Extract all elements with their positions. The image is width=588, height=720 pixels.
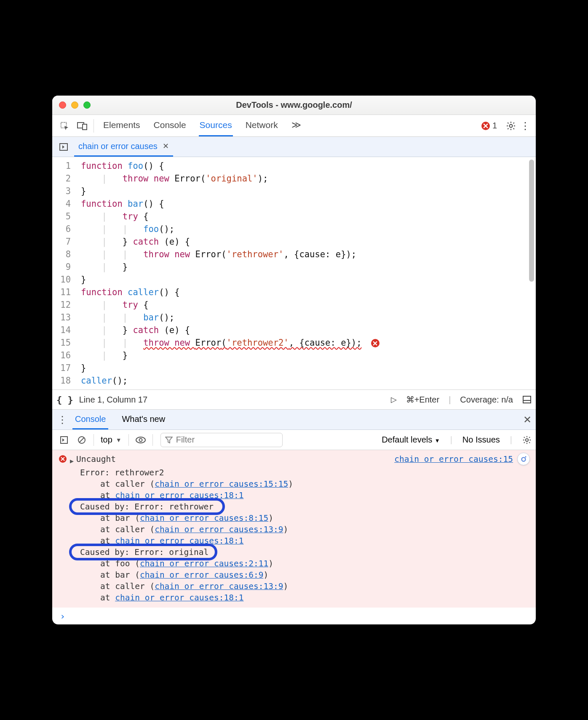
svg-point-3 [510,124,513,127]
code-line[interactable]: | } catch (e) { [77,235,536,248]
code-line[interactable]: | | throw new Error('rethrower', {cause:… [77,248,536,261]
source-link[interactable]: chain or error causes:18:1 [115,491,243,500]
source-link[interactable]: chain or error causes:8:15 [140,513,268,523]
line-number: 1 [52,160,71,172]
drawer-tab-whatsnew[interactable]: What's new [119,410,168,429]
code-line[interactable]: } [77,362,536,374]
settings-icon[interactable] [504,121,518,131]
tab-network[interactable]: Network [245,115,279,136]
code-line[interactable]: | | foo(); [77,223,536,235]
more-options-icon[interactable]: ⋮ [518,120,532,132]
console-sidebar-icon[interactable] [56,436,72,444]
pretty-print-icon[interactable]: { } [56,395,73,405]
console-prompt[interactable]: › [52,608,536,624]
ai-assist-icon[interactable] [517,453,530,465]
source-link[interactable]: chain or error causes:13:9 [155,581,283,591]
svg-line-9 [79,437,84,443]
coverage-label: Coverage: n/a [460,395,513,405]
code-line[interactable]: | } catch (e) { [77,324,536,336]
code-line[interactable]: | | throw new Error('rethrower2', {cause… [77,336,536,349]
source-link[interactable]: chain or error causes:6:9 [140,570,264,580]
run-hint: ⌘+Enter [406,395,439,405]
close-drawer-icon[interactable]: ✕ [523,414,532,426]
console-text: Uncaught [76,453,116,465]
code-line[interactable]: | } [77,261,536,273]
line-number: 17 [52,362,71,374]
line-number: 16 [52,349,71,362]
code-line[interactable]: caller(); [77,374,536,387]
stack-frame: at caller (chain or error causes:13:9) [80,524,529,535]
log-levels-selector[interactable]: Default levels ▼ [382,435,440,445]
dock-side-icon[interactable] [522,395,532,404]
error-cause: Caused by: Error: original [80,547,529,558]
code-line[interactable]: function bar() { [77,197,536,210]
error-count: 1 [492,121,497,131]
tabs-overflow[interactable]: ≫ [291,115,302,136]
drawer-more-icon[interactable]: ⋮ [56,414,68,426]
tab-console[interactable]: Console [153,115,187,136]
svg-point-10 [136,437,145,443]
line-number: 7 [52,235,71,248]
cursor-position: Line 1, Column 17 [79,395,147,405]
close-tab-icon[interactable]: ✕ [163,141,169,151]
context-selector[interactable]: top ▼ [98,435,124,445]
file-tab-active[interactable]: chain or error causes ✕ [74,137,173,157]
line-number: 15 [52,336,71,349]
line-number: 9 [52,261,71,273]
drawer-tabs: ⋮ Console What's new ✕ [52,410,536,430]
chevron-down-icon: ▼ [435,437,440,444]
line-gutter: 123456789101112131415161718 [52,157,77,389]
inspect-element-icon[interactable] [56,118,73,133]
svg-point-11 [139,438,142,441]
source-link[interactable]: chain or error causes:2:11 [140,559,268,568]
code-line[interactable]: | try { [77,299,536,311]
line-number: 6 [52,223,71,235]
issues-label[interactable]: No Issues [462,435,500,445]
code-line[interactable]: | try { [77,210,536,223]
run-snippet-icon[interactable]: ▷ [391,395,397,404]
code-area[interactable]: function foo() { | throw new Error('orig… [77,157,536,389]
titlebar: DevTools - www.google.com/ [52,96,536,115]
line-number: 8 [52,248,71,261]
code-line[interactable]: | throw new Error('original'); [77,172,536,185]
toolbar-divider [94,119,94,133]
error-source-link[interactable]: chain or error causes:15 [394,453,513,465]
file-tab-strip: chain or error causes ✕ [52,137,536,157]
line-number: 13 [52,311,71,324]
tab-sources[interactable]: Sources [199,115,233,136]
show-navigator-icon[interactable] [56,142,72,152]
stack-frame: at caller (chain or error causes:15:15) [80,478,529,490]
line-number: 3 [52,185,71,197]
stack-frame: at bar (chain or error causes:6:9) [80,569,529,581]
source-link[interactable]: chain or error causes:18:1 [115,536,243,546]
code-line[interactable]: function foo() { [77,160,536,172]
clear-console-icon[interactable] [74,435,89,445]
devtools-window: DevTools - www.google.com/ Elements Cons… [52,96,536,624]
code-line[interactable]: } [77,185,536,197]
svg-point-14 [525,456,527,458]
expand-triangle-icon[interactable]: ▶ [70,456,74,467]
error-indicator[interactable]: 1 [481,121,497,131]
editor-scrollbar[interactable] [529,160,534,282]
stack-frame: at bar (chain or error causes:8:15) [80,512,529,524]
code-line[interactable]: | | bar(); [77,311,536,324]
stack-frame: at chain or error causes:18:1 [80,535,529,547]
code-line[interactable]: function caller() { [77,286,536,299]
device-toolbar-icon[interactable] [73,118,91,133]
tab-elements[interactable]: Elements [102,115,141,136]
source-link[interactable]: chain or error causes:15:15 [155,479,288,489]
live-expression-icon[interactable] [133,436,148,444]
inline-error-icon[interactable] [371,339,380,347]
code-line[interactable]: } [77,273,536,286]
line-number: 18 [52,374,71,387]
source-link[interactable]: chain or error causes:18:1 [115,593,243,603]
source-link[interactable]: chain or error causes:13:9 [155,525,283,534]
filter-input[interactable]: Filter [160,433,283,447]
svg-point-13 [522,458,526,461]
filter-placeholder: Filter [176,435,195,445]
drawer-tab-console[interactable]: Console [72,410,108,429]
code-line[interactable]: | } [77,349,536,362]
code-editor[interactable]: 123456789101112131415161718 function foo… [52,157,536,389]
stack-frame: at chain or error causes:18:1 [80,490,529,501]
console-settings-icon[interactable] [522,435,532,445]
